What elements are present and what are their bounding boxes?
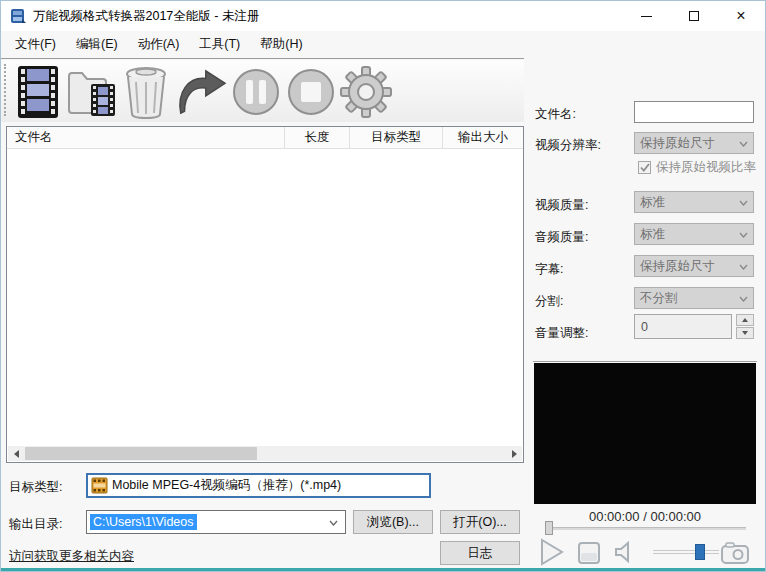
stop-square-icon (577, 541, 601, 565)
volume-slider[interactable] (653, 550, 719, 554)
play-button[interactable] (539, 538, 565, 566)
chevron-down-icon (739, 296, 748, 302)
up-arrow-icon (742, 318, 748, 322)
stop-button[interactable] (284, 64, 338, 120)
chevron-down-icon (739, 232, 748, 238)
stepper-up-button[interactable] (736, 314, 754, 326)
split-label: 分割: (535, 293, 563, 310)
menu-file[interactable]: 文件(F) (5, 31, 66, 58)
volume-adjust-label: 音量调整: (535, 325, 588, 342)
settings-button[interactable] (339, 64, 393, 120)
delete-button[interactable] (119, 64, 173, 120)
minimize-button[interactable] (624, 1, 668, 31)
column-filename[interactable]: 文件名 (7, 127, 285, 148)
video-quality-label: 视频质量: (535, 197, 588, 214)
scroll-left-arrow-icon[interactable] (8, 446, 24, 461)
play-icon (539, 538, 565, 566)
menu-help[interactable]: 帮助(H) (250, 31, 312, 58)
stop-icon (286, 67, 336, 117)
volume-adjust-stepper (736, 314, 754, 339)
subtitle-dropdown[interactable]: 保持原始尺寸 (634, 255, 754, 277)
file-list-header: 文件名 长度 目标类型 输出大小 (7, 127, 523, 149)
preview-separator (533, 361, 757, 362)
chevron-down-icon (739, 264, 748, 270)
column-target-type[interactable]: 目标类型 (350, 127, 443, 148)
split-dropdown[interactable]: 不分割 (634, 287, 754, 309)
resolution-value: 保持原始尺寸 (640, 135, 715, 152)
add-file-button[interactable] (11, 64, 65, 120)
check-icon (640, 163, 650, 172)
output-dir-combobox[interactable]: C:\Users\1\Videos (86, 510, 346, 534)
split-value: 不分割 (640, 290, 678, 307)
target-type-value: Mobile MPEG-4视频编码（推荐）(*.mp4) (112, 477, 341, 494)
convert-arrow-icon (173, 68, 227, 116)
window-title: 万能视频格式转换器2017全能版 - 未注册 (33, 8, 259, 25)
chevron-down-icon (739, 200, 748, 206)
gear-icon (339, 65, 393, 119)
seek-slider[interactable] (546, 527, 746, 530)
promo-link[interactable]: 访问获取更多相关内容 (9, 548, 134, 565)
keep-ratio-checkbox[interactable] (638, 161, 651, 174)
folder-film-icon (65, 66, 119, 118)
chevron-down-icon (329, 520, 338, 526)
close-icon: × (736, 8, 745, 24)
scroll-right-arrow-icon[interactable] (506, 446, 522, 461)
menu-action[interactable]: 动作(A) (128, 31, 190, 58)
pause-button[interactable] (229, 64, 283, 120)
menu-edit[interactable]: 编辑(E) (66, 31, 128, 58)
filename-input[interactable] (634, 101, 754, 123)
audio-quality-label: 音频质量: (535, 229, 588, 246)
subtitle-label: 字幕: (535, 261, 563, 278)
menu-bar: 文件(F) 编辑(E) 动作(A) 工具(T) 帮助(H) (1, 31, 524, 59)
browse-button[interactable]: 浏览(B)... (353, 510, 433, 534)
menu-tools[interactable]: 工具(T) (189, 31, 250, 58)
scrollbar-thumb[interactable] (25, 447, 257, 460)
target-type-combobox[interactable]: Mobile MPEG-4视频编码（推荐）(*.mp4) (86, 473, 431, 498)
maximize-icon (689, 11, 699, 21)
maximize-button[interactable] (672, 1, 716, 31)
toolbar-grip (4, 64, 6, 116)
stepper-down-button[interactable] (736, 327, 754, 339)
volume-adjust-input[interactable]: 0 (634, 314, 732, 339)
format-film-icon (91, 477, 108, 494)
toolbar (1, 60, 524, 122)
target-type-label: 目标类型: (9, 479, 62, 496)
minimize-icon (641, 16, 652, 17)
convert-button[interactable] (173, 64, 227, 120)
subtitle-value: 保持原始尺寸 (640, 258, 715, 275)
app-icon (10, 8, 27, 24)
audio-quality-dropdown[interactable]: 标准 (634, 223, 754, 245)
resolution-dropdown[interactable]: 保持原始尺寸 (634, 132, 754, 154)
column-length[interactable]: 长度 (285, 127, 350, 148)
column-output-size[interactable]: 输出大小 (443, 127, 523, 148)
speaker-icon (613, 540, 635, 564)
mute-button[interactable] (613, 540, 635, 564)
camera-icon (721, 542, 749, 564)
filename-label: 文件名: (535, 106, 576, 123)
title-bar: 万能视频格式转换器2017全能版 - 未注册 × (1, 1, 765, 31)
keep-ratio-label: 保持原始视频比率 (656, 159, 756, 176)
file-list[interactable]: 文件名 长度 目标类型 输出大小 (6, 126, 524, 463)
resolution-label: 视频分辨率: (535, 137, 601, 154)
app-window: 万能视频格式转换器2017全能版 - 未注册 × 文件(F) 编辑(E) 动作(… (0, 0, 766, 572)
output-dir-value: C:\Users\1\Videos (90, 514, 197, 530)
horizontal-scrollbar[interactable] (8, 446, 522, 461)
time-display: 00:00:00 / 00:00:00 (534, 509, 756, 524)
down-arrow-icon (742, 331, 748, 335)
seek-slider-thumb[interactable] (545, 521, 553, 535)
open-button[interactable]: 打开(O)... (440, 510, 520, 534)
video-preview (534, 363, 756, 504)
chevron-down-icon (739, 141, 748, 147)
window-bottom-edge (1, 568, 765, 571)
log-button[interactable]: 日志 (440, 541, 520, 565)
volume-slider-thumb[interactable] (695, 544, 705, 560)
snapshot-button[interactable] (721, 542, 749, 564)
add-folder-button[interactable] (65, 64, 119, 120)
keep-ratio-row[interactable]: 保持原始视频比率 (638, 159, 756, 176)
close-button[interactable]: × (719, 1, 763, 31)
audio-quality-value: 标准 (640, 226, 665, 243)
player-stop-button[interactable] (577, 541, 601, 565)
output-dir-label: 输出目录: (9, 516, 62, 533)
film-strip-icon (15, 65, 61, 119)
video-quality-dropdown[interactable]: 标准 (634, 191, 754, 213)
